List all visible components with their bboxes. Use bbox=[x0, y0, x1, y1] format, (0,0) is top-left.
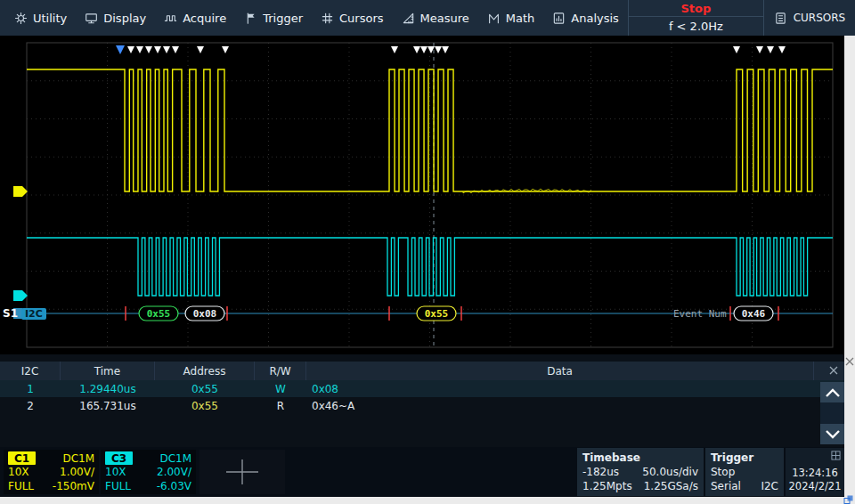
clock-date: 2024/2/21 bbox=[789, 480, 842, 492]
timebase-title: Timebase bbox=[582, 451, 698, 465]
decode-source: S1 bbox=[3, 307, 18, 320]
decode-bubble-value: 0x46 bbox=[742, 308, 766, 320]
status-bar: C1 DC1M 10X 1.00V/ FULL -150mV C3 DC1M 1… bbox=[0, 447, 844, 497]
decode-table-panel: I2C Time Address R/W Data 1 1.29440us 0x… bbox=[0, 354, 844, 447]
menu-cursors-label: Cursors bbox=[339, 12, 384, 25]
cell-address: 0x55 bbox=[155, 383, 255, 395]
channel-c1-descriptor[interactable]: C1 DC1M 10X 1.00V/ FULL -150mV bbox=[4, 450, 99, 494]
decode-event-marker bbox=[435, 46, 442, 53]
cursors-icon bbox=[321, 12, 334, 25]
cell-time: 1.29440us bbox=[61, 383, 155, 395]
decode-event-marker bbox=[442, 46, 449, 53]
timebase-delay: -182us bbox=[582, 465, 619, 479]
resize-corner-icon bbox=[843, 495, 853, 504]
menu-trigger[interactable]: Trigger bbox=[235, 0, 312, 36]
event-num-label: Event Num bbox=[673, 308, 727, 320]
scroll-down-button[interactable] bbox=[820, 424, 844, 444]
table-close-button[interactable] bbox=[826, 363, 841, 378]
trigger-panel[interactable]: Trigger Stop Serial I2C bbox=[705, 448, 784, 496]
math-icon bbox=[487, 12, 501, 25]
cursors-panel-button[interactable]: CURSORS bbox=[764, 0, 855, 36]
c3-badge: C3 bbox=[105, 451, 133, 465]
c3-offset: -6.03V bbox=[157, 480, 191, 492]
chevron-down-icon bbox=[825, 429, 841, 440]
decode-event-marker bbox=[733, 46, 740, 53]
col-address: Address bbox=[155, 362, 255, 380]
c3-offset-marker[interactable] bbox=[13, 290, 28, 301]
decode-event-marker bbox=[222, 46, 229, 53]
decode-bubble-value: 0x08 bbox=[193, 308, 217, 320]
trigger-frequency: f < 2.0Hz bbox=[629, 17, 763, 36]
menu-analysis[interactable]: Analysis bbox=[543, 0, 628, 36]
decode-bubble-value: 0x55 bbox=[147, 308, 171, 320]
cursors-panel-label: CURSORS bbox=[794, 12, 846, 24]
decode-event-marker bbox=[163, 46, 170, 53]
close-icon bbox=[829, 366, 838, 375]
c3-scale: 2.00V/ bbox=[157, 466, 191, 478]
waveform-display[interactable]: Event Num0x550x080x550x46 S1 I2C bbox=[0, 36, 844, 354]
menu-display[interactable]: Display bbox=[76, 0, 155, 36]
acquisition-status: Stop bbox=[629, 0, 763, 17]
menu-math[interactable]: Math bbox=[478, 0, 544, 36]
trigger-delay-marker[interactable] bbox=[116, 45, 125, 54]
decode-event-marker bbox=[413, 46, 420, 53]
decode-event-marker bbox=[172, 46, 179, 53]
close-icon bbox=[845, 357, 854, 366]
crosshair-icon bbox=[223, 456, 262, 488]
acquisition-status-panel[interactable]: Stop f < 2.0Hz bbox=[628, 0, 764, 36]
decode-protocol-tag: I2C bbox=[21, 308, 46, 320]
cell-index: 2 bbox=[0, 400, 61, 412]
trigger-type: Serial bbox=[711, 479, 741, 493]
decode-table-row-2[interactable]: 2 165.731us 0x55 R 0x46~A bbox=[0, 397, 844, 414]
gesture-area[interactable] bbox=[200, 450, 285, 494]
right-margin bbox=[844, 36, 855, 497]
chevron-up-icon bbox=[825, 387, 841, 398]
decode-table-header: I2C Time Address R/W Data bbox=[0, 362, 844, 380]
decode-bubble-value: 0x55 bbox=[425, 308, 449, 320]
col-data: Data bbox=[306, 362, 814, 380]
acquire-icon bbox=[164, 12, 177, 25]
menu-math-label: Math bbox=[506, 12, 535, 25]
c1-bandwidth: FULL bbox=[8, 480, 34, 492]
cell-rw: W bbox=[255, 383, 306, 395]
trigger-flag-icon bbox=[244, 12, 257, 25]
menu-cursors[interactable]: Cursors bbox=[312, 0, 393, 36]
timebase-panel[interactable]: Timebase -182us 50.0us/div 1.25Mpts 1.25… bbox=[577, 448, 704, 496]
decode-event-marker bbox=[420, 46, 428, 53]
decode-event-marker bbox=[391, 46, 398, 53]
decode-event-marker bbox=[127, 46, 134, 53]
menu-utility[interactable]: Utility bbox=[5, 0, 76, 36]
cell-data: 0x46~A bbox=[306, 400, 844, 412]
cell-rw: R bbox=[255, 400, 306, 412]
decode-event-marker bbox=[767, 46, 774, 53]
menubar: Utility Display Acquire Trigger Cursors … bbox=[0, 0, 855, 36]
channel-c3-descriptor[interactable]: C3 DC1M 10X 2.00V/ FULL -6.03V bbox=[101, 450, 196, 494]
gear-icon bbox=[14, 12, 28, 25]
c3-bandwidth: FULL bbox=[105, 480, 131, 492]
bottom-margin bbox=[0, 497, 855, 504]
decode-event-marker bbox=[145, 46, 152, 53]
c1-offset-marker[interactable] bbox=[13, 186, 28, 197]
menu-measure-label: Measure bbox=[420, 12, 469, 25]
scroll-up-button[interactable] bbox=[820, 382, 844, 402]
decode-event-marker bbox=[154, 46, 161, 53]
col-rw: R/W bbox=[255, 362, 306, 380]
c1-offset: -150mV bbox=[53, 480, 94, 492]
menu-measure[interactable]: Measure bbox=[393, 0, 478, 36]
timebase-memory: 1.25Mpts bbox=[582, 479, 632, 493]
menu-acquire[interactable]: Acquire bbox=[155, 0, 235, 36]
decode-event-marker bbox=[136, 46, 143, 53]
c1-badge: C1 bbox=[8, 451, 36, 465]
cell-data: 0x08 bbox=[306, 383, 844, 395]
cell-time: 165.731us bbox=[61, 400, 155, 412]
decode-event-marker bbox=[756, 46, 763, 53]
panel-close-button[interactable] bbox=[845, 353, 854, 362]
decode-bus-label[interactable]: S1 I2C bbox=[3, 307, 46, 320]
decode-table-row-1[interactable]: 1 1.29440us 0x55 W 0x08 bbox=[0, 380, 844, 397]
menu-display-label: Display bbox=[103, 12, 146, 25]
menu-acquire-label: Acquire bbox=[183, 12, 226, 25]
c1-coupling: DC1M bbox=[62, 452, 94, 465]
timebase-samplerate: 1.25GSa/s bbox=[644, 479, 698, 493]
analysis-icon bbox=[552, 12, 566, 25]
timebase-scale: 50.0us/div bbox=[642, 465, 698, 479]
